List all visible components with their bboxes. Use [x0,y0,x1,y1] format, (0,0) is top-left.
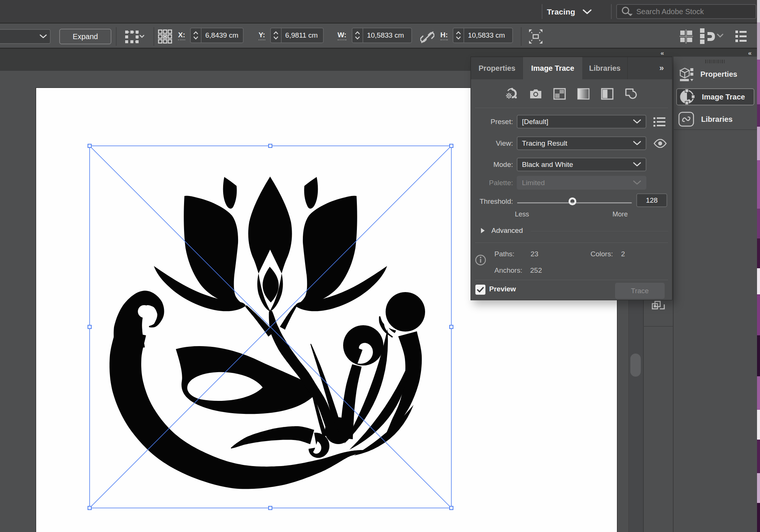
check-icon [477,287,484,293]
x-input[interactable]: 6,8439 cm [190,28,244,43]
selection-handle-ne[interactable] [449,144,453,148]
w-input[interactable]: 10,5833 cm [352,28,412,43]
high-color-button[interactable] [529,88,542,100]
expand-button[interactable]: Expand [59,29,111,44]
y-label[interactable]: Y: [259,31,265,40]
vertical-scrollbar-thumb[interactable] [630,354,641,377]
tab-properties[interactable]: Properties [471,57,523,79]
selection-bounding-box[interactable] [87,143,454,510]
options-list-icon[interactable] [735,30,747,45]
selection-handle-sw[interactable] [88,506,92,510]
threshold-value-input[interactable]: 128 [636,193,667,207]
y-stepper[interactable] [271,28,282,42]
h-stepper[interactable] [453,28,464,42]
background-window-strip [757,0,760,532]
auto-color-button[interactable] [506,88,518,100]
preset-menu-icon[interactable] [653,117,665,127]
low-color-button[interactable] [553,88,566,100]
x-value: 6,8439 cm [202,28,242,42]
preset-row: Preset: [Default] [471,115,672,129]
selection-handle-w[interactable] [88,325,92,329]
tracing-preset-dropdown[interactable] [0,29,51,44]
panel-divider [475,108,668,108]
dock-item-label: Libraries [701,115,732,124]
mode-value: Black and White [522,161,573,169]
mode-label: Mode: [471,161,513,169]
chevron-down-icon [583,9,592,15]
palette-row: Palette: Limited [471,176,672,190]
reference-point-locator[interactable] [158,29,172,45]
advanced-toggle[interactable]: Advanced [481,227,523,235]
preset-dropdown[interactable]: [Default] [517,115,646,129]
dock-item-libraries[interactable]: Libraries [676,111,754,128]
eye-icon[interactable] [653,139,667,148]
selection-handle-nw[interactable] [88,144,92,148]
chevron-down-icon [633,141,641,146]
stepper-up-icon [193,31,199,35]
selection-handle-n[interactable] [268,144,272,148]
align-to-selection-icon[interactable] [528,29,543,45]
paths-label: Paths: [494,250,514,258]
advanced-label: Advanced [491,227,523,235]
stepper-up-icon [355,31,360,35]
x-label[interactable]: X: [178,31,185,40]
tab-libraries[interactable]: Libraries [582,57,628,79]
stepper-down-icon [456,36,461,39]
export-panel-icon[interactable] [652,301,665,316]
dock-header-band [643,49,757,57]
w-stepper[interactable] [352,28,363,42]
collapse-narrow-dock-button[interactable]: « [661,50,664,57]
preset-value: [Default] [522,118,548,126]
dock-item-image-trace[interactable]: Image Trace [676,88,754,105]
mode-dropdown[interactable]: Black and White [517,158,646,171]
h-label[interactable]: H: [440,31,448,40]
dock-grip[interactable] [705,60,726,63]
preview-checkbox[interactable] [475,285,485,295]
panel-menu-button[interactable]: » [659,57,664,79]
stock-search-input[interactable]: Search Adobe Stock [616,4,756,19]
image-trace-icon [679,89,695,105]
controlbar-divider [521,27,522,46]
stepper-down-icon [355,36,360,39]
y-field-group: Y: 6,9811 cm [259,28,324,43]
palette-dropdown: Limited [517,176,646,190]
dock-item-properties[interactable]: Properties [676,66,754,83]
controlbar-divider [116,27,117,46]
snap-options-icon[interactable] [700,28,724,45]
dock-item-label: Image Trace [702,93,745,101]
w-label[interactable]: W: [338,31,346,40]
view-label: View: [471,139,513,148]
grayscale-button[interactable] [577,88,590,100]
outline-button[interactable] [625,88,637,100]
h-input[interactable]: 10,5833 cm [453,28,513,43]
selection-handle-e[interactable] [449,325,453,329]
x-stepper[interactable] [191,28,202,42]
trace-button[interactable]: Trace [615,283,665,299]
chevron-down-icon [633,180,641,185]
black-and-white-button[interactable] [601,88,614,100]
selection-handle-s[interactable] [268,506,272,510]
unlink-dimensions-icon[interactable] [420,31,434,45]
info-icon [475,254,486,266]
anchors-label: Anchors: [494,266,522,275]
chevron-down-icon [633,119,641,124]
dock-section-divider [643,326,673,327]
y-input[interactable]: 6,9811 cm [270,28,324,43]
triangle-right-icon [481,228,485,234]
mode-row: Mode: Black and White [471,158,672,171]
tab-image-trace[interactable]: Image Trace [523,57,582,79]
align-panel-icon[interactable] [680,29,693,45]
collapse-wide-dock-button[interactable]: « [748,50,751,57]
selection-handle-se[interactable] [449,506,453,510]
view-dropdown[interactable]: Tracing Result [517,136,646,150]
preview-label: Preview [489,285,516,293]
panel-dock [673,57,757,532]
threshold-slider-knob[interactable] [569,197,576,205]
advanced-divider [531,231,668,231]
select-similar-icon[interactable] [125,31,145,45]
image-trace-panel: Properties Image Trace Libraries » [471,57,672,300]
stepper-down-icon [273,36,279,39]
trace-preset-buttons [471,79,672,108]
workspace-switcher[interactable]: Tracing [547,0,592,23]
appbar-divider [542,4,542,19]
